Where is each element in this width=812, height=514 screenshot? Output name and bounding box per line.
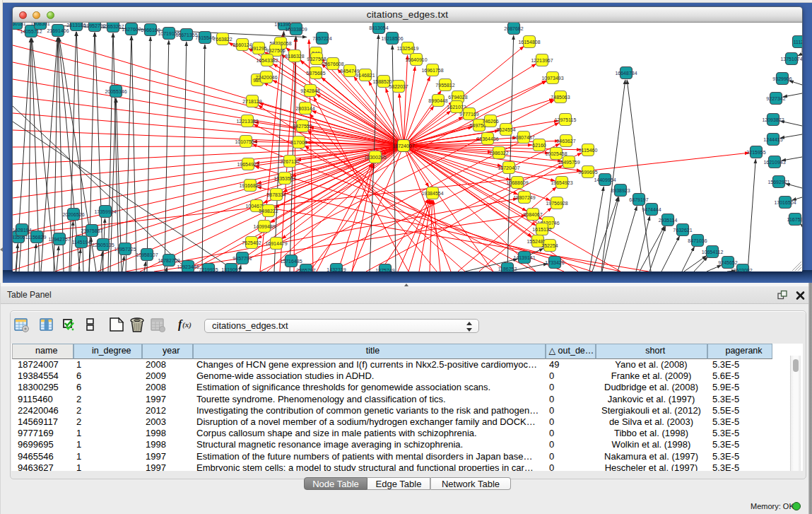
svg-text:746266: 746266 bbox=[482, 119, 498, 124]
svg-text:7515546: 7515546 bbox=[195, 35, 214, 40]
svg-text:5875685: 5875685 bbox=[306, 71, 325, 76]
svg-text:1260181: 1260181 bbox=[13, 23, 26, 26]
svg-text:16782759: 16782759 bbox=[158, 258, 180, 263]
svg-text:10807487: 10807487 bbox=[512, 135, 534, 140]
svg-text:3624554: 3624554 bbox=[496, 127, 515, 132]
svg-text:8938923: 8938923 bbox=[611, 188, 630, 193]
svg-text:10025458: 10025458 bbox=[545, 151, 567, 156]
svg-text:891295: 891295 bbox=[250, 46, 266, 51]
svg-text:9699695: 9699695 bbox=[578, 170, 597, 175]
svg-text:8660124: 8660124 bbox=[233, 42, 252, 47]
svg-text:7625402: 7625402 bbox=[242, 240, 261, 245]
svg-text:1733426: 1733426 bbox=[545, 260, 564, 265]
svg-text:9474444: 9474444 bbox=[642, 207, 661, 212]
svg-text:12975115: 12975115 bbox=[555, 117, 577, 122]
svg-text:13751074: 13751074 bbox=[780, 57, 802, 62]
svg-text:16543382: 16543382 bbox=[256, 58, 278, 63]
svg-text:15720407: 15720407 bbox=[498, 165, 519, 170]
svg-text:8471036: 8471036 bbox=[688, 238, 707, 243]
svg-text:12093872: 12093872 bbox=[762, 117, 784, 122]
svg-text:18807249: 18807249 bbox=[513, 195, 535, 200]
svg-text:12923446: 12923446 bbox=[177, 264, 199, 269]
svg-text:12213967: 12213967 bbox=[531, 58, 553, 63]
svg-text:9327508: 9327508 bbox=[307, 57, 326, 62]
svg-text:9227342: 9227342 bbox=[766, 96, 785, 101]
svg-text:9115460: 9115460 bbox=[579, 148, 598, 153]
svg-text:252254: 252254 bbox=[541, 243, 558, 248]
svg-text:7857224: 7857224 bbox=[312, 36, 331, 41]
svg-text:22420046: 22420046 bbox=[255, 75, 277, 80]
svg-text:10654112: 10654112 bbox=[702, 250, 724, 255]
svg-text:9463627: 9463627 bbox=[556, 139, 575, 144]
svg-text:1819093: 1819093 bbox=[221, 267, 240, 272]
svg-text:817004: 817004 bbox=[290, 140, 307, 145]
svg-text:7219935: 7219935 bbox=[199, 267, 218, 272]
svg-text:9245652: 9245652 bbox=[718, 260, 737, 265]
svg-text:7485063: 7485063 bbox=[551, 95, 570, 100]
svg-text:9329906: 9329906 bbox=[772, 76, 792, 81]
svg-text:8186328: 8186328 bbox=[285, 54, 304, 59]
svg-text:18300295: 18300295 bbox=[364, 155, 386, 160]
svg-text:1156829: 1156829 bbox=[28, 235, 47, 240]
svg-text:3267130: 3267130 bbox=[280, 159, 299, 164]
svg-text:16154808: 16154808 bbox=[518, 40, 540, 45]
svg-text:8813054: 8813054 bbox=[369, 25, 388, 30]
svg-text:19756928: 19756928 bbox=[546, 201, 567, 206]
svg-text:16961758: 16961758 bbox=[421, 68, 443, 73]
svg-text:12213382: 12213382 bbox=[236, 119, 258, 124]
svg-text:1628194: 1628194 bbox=[13, 228, 32, 233]
svg-text:62160: 62160 bbox=[532, 143, 546, 148]
svg-text:5878334: 5878334 bbox=[266, 192, 286, 197]
svg-text:20206526: 20206526 bbox=[62, 212, 84, 217]
svg-text:1432319: 1432319 bbox=[326, 267, 346, 272]
svg-text:2718129: 2718129 bbox=[242, 99, 261, 104]
svg-text:18724007: 18724007 bbox=[392, 144, 414, 148]
svg-text:9084067: 9084067 bbox=[523, 212, 542, 217]
svg-text:19384554: 19384554 bbox=[421, 191, 443, 196]
svg-text:16210943: 16210943 bbox=[763, 160, 785, 165]
svg-text:17016504: 17016504 bbox=[774, 200, 796, 205]
svg-text:11325419: 11325419 bbox=[397, 46, 419, 51]
svg-text:14099489: 14099489 bbox=[253, 224, 275, 229]
svg-text:16671355: 16671355 bbox=[175, 33, 197, 37]
svg-text:19654923: 19654923 bbox=[237, 162, 259, 167]
svg-text:9777169: 9777169 bbox=[459, 112, 478, 117]
svg-text:1244415: 1244415 bbox=[763, 137, 782, 142]
svg-text:13353594: 13353594 bbox=[273, 176, 295, 181]
svg-text:116753: 116753 bbox=[787, 217, 802, 222]
svg-text:10107554: 10107554 bbox=[235, 139, 257, 144]
svg-text:1527602: 1527602 bbox=[122, 27, 141, 32]
svg-text:9242848: 9242848 bbox=[300, 88, 319, 93]
svg-text:7603082: 7603082 bbox=[733, 268, 752, 272]
svg-text:12942757: 12942757 bbox=[48, 237, 70, 242]
svg-text:16914479: 16914479 bbox=[265, 241, 287, 246]
svg-text:28676608: 28676608 bbox=[322, 62, 343, 66]
svg-text:(x): (x) bbox=[182, 320, 192, 329]
svg-text:1615132: 1615132 bbox=[532, 227, 551, 232]
svg-text:14139141: 14139141 bbox=[513, 255, 535, 260]
svg-text:1145194: 1145194 bbox=[72, 240, 91, 245]
svg-text:2865797: 2865797 bbox=[296, 268, 315, 272]
svg-text:15885201: 15885201 bbox=[372, 79, 394, 84]
svg-text:17957225: 17957225 bbox=[114, 247, 136, 252]
svg-text:12505135: 12505135 bbox=[92, 243, 114, 247]
svg-text:16640910: 16640910 bbox=[405, 57, 427, 62]
svg-text:2803144: 2803144 bbox=[295, 106, 314, 111]
svg-text:9327506: 9327506 bbox=[266, 48, 285, 53]
svg-text:15692971: 15692971 bbox=[767, 180, 789, 185]
svg-text:14409954: 14409954 bbox=[594, 177, 616, 182]
svg-text:7632621: 7632621 bbox=[673, 228, 692, 233]
svg-text:7986322: 7986322 bbox=[489, 151, 508, 156]
svg-text:2087682: 2087682 bbox=[504, 26, 523, 31]
svg-text:1112: 1112 bbox=[794, 40, 802, 45]
svg-text:9457791: 9457791 bbox=[233, 256, 252, 261]
svg-text:16033809: 16033809 bbox=[285, 27, 307, 32]
svg-text:5498222: 5498222 bbox=[259, 209, 278, 214]
svg-text:21691406: 21691406 bbox=[47, 28, 69, 33]
svg-text:1621072: 1621072 bbox=[447, 105, 466, 110]
svg-text:6794028: 6794028 bbox=[448, 95, 467, 100]
svg-text:7955812: 7955812 bbox=[435, 83, 454, 88]
svg-text:1875749: 1875749 bbox=[375, 268, 394, 272]
svg-text:5822037: 5822037 bbox=[389, 84, 408, 89]
svg-text:7663822: 7663822 bbox=[213, 37, 232, 42]
